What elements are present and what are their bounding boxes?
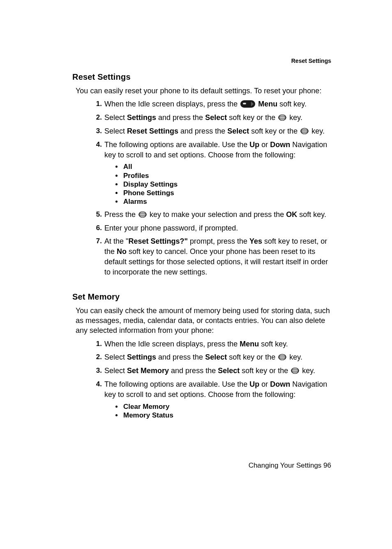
memory-step-3: 3. Select Set Memory and press the Selec… — [90, 366, 331, 376]
menu-label: Menu — [258, 100, 277, 108]
step-text: key. — [287, 113, 302, 122]
step-text: soft key. — [297, 210, 326, 219]
softkey-icon — [240, 100, 255, 108]
reset-step-2: 2. Select Settings and press the Select … — [90, 113, 331, 123]
select-label: Select — [218, 367, 240, 375]
page-body: Reset Settings Reset Settings You can ea… — [72, 58, 331, 423]
step-number: 3. — [90, 366, 102, 375]
memory-options-list: Clear Memory Memory Status — [122, 402, 331, 420]
step-text: soft key. — [277, 100, 307, 108]
menu-label: Menu — [240, 340, 259, 348]
step-text: When the Idle screen displays, press the — [104, 100, 240, 108]
step-text: Press the — [104, 210, 138, 219]
memory-step-2: 2. Select Settings and press the Select … — [90, 352, 331, 362]
step-text: or — [259, 141, 270, 149]
select-label: Select — [227, 127, 249, 135]
step-text: key. — [287, 353, 302, 361]
reset-intro: You can easily reset your phone to its d… — [76, 86, 331, 96]
memory-steps: 1. When the Idle screen displays, press … — [90, 339, 331, 420]
memory-step-1: 1. When the Idle screen displays, press … — [90, 339, 331, 349]
reset-steps: 1. When the Idle screen displays, press … — [90, 99, 331, 277]
reset-settings-prompt-label: Reset Settings?" — [128, 237, 188, 245]
step-number: 4. — [90, 140, 102, 149]
heading-reset-settings: Reset Settings — [72, 72, 331, 82]
heading-set-memory: Set Memory — [72, 292, 331, 302]
step-text: prompt, press the — [188, 237, 249, 245]
svg-point-12 — [291, 368, 299, 374]
reset-step-4: 4. The following options are available. … — [90, 140, 331, 206]
svg-point-2 — [279, 117, 286, 118]
list-item: Profiles — [122, 171, 331, 180]
step-text: key. — [309, 127, 325, 135]
ok-key-icon — [278, 354, 286, 360]
ok-key-icon — [300, 128, 309, 134]
step-text: At the " — [104, 237, 128, 245]
settings-label: Settings — [127, 113, 156, 122]
step-text: soft key or the — [227, 113, 277, 122]
up-label: Up — [249, 380, 259, 388]
svg-point-3 — [301, 128, 308, 134]
up-label: Up — [249, 141, 259, 149]
select-label: Select — [205, 353, 227, 361]
ok-key-icon — [291, 367, 299, 374]
running-header: Reset Settings — [291, 58, 331, 64]
step-text: soft key to cancel. Once your phone has … — [104, 247, 328, 276]
page-footer: Changing Your Settings 96 — [72, 461, 331, 470]
step-text: Select — [104, 353, 127, 361]
step-text: and press the — [178, 127, 227, 135]
svg-point-9 — [279, 354, 286, 360]
svg-point-6 — [139, 212, 146, 217]
step-text: or — [259, 380, 270, 388]
step-text: Select — [104, 113, 127, 122]
step-number: 2. — [90, 113, 102, 122]
svg-point-1 — [279, 116, 286, 119]
step-text: and press the — [156, 113, 205, 122]
step-number: 1. — [90, 339, 102, 348]
svg-point-8 — [139, 214, 146, 215]
step-number: 7. — [90, 236, 102, 246]
reset-step-1: 1. When the Idle screen displays, press … — [90, 99, 331, 109]
step-text: and press the — [156, 353, 205, 361]
step-number: 6. — [90, 223, 102, 233]
yes-label: Yes — [249, 237, 262, 245]
list-item: Memory Status — [122, 411, 331, 420]
step-text: The following options are available. Use… — [104, 380, 249, 388]
step-text: soft key or the — [249, 127, 300, 135]
step-number: 5. — [90, 210, 102, 219]
list-item: All — [122, 162, 331, 171]
list-item: Display Settings — [122, 180, 331, 189]
svg-point-7 — [139, 212, 146, 216]
svg-point-10 — [279, 355, 286, 359]
step-text: The following options are available. Use… — [104, 141, 249, 149]
footer-page-number: 96 — [323, 461, 331, 469]
step-text: and press the — [169, 367, 218, 375]
reset-options-list: All Profiles Display Settings Phone Sett… — [122, 162, 331, 206]
set-memory-label: Set Memory — [127, 367, 169, 375]
svg-point-5 — [301, 130, 308, 131]
step-number: 1. — [90, 99, 102, 108]
step-text: Select — [104, 127, 127, 135]
down-label: Down — [270, 141, 290, 149]
step-number: 4. — [90, 379, 102, 389]
memory-step-4: 4. The following options are available. … — [90, 379, 331, 420]
svg-point-14 — [291, 370, 299, 371]
reset-step-6: 6. Enter your phone password, if prompte… — [90, 223, 331, 233]
select-label: Select — [205, 113, 227, 122]
step-text: key. — [300, 367, 315, 375]
step-text: key to make your selection and press the — [148, 210, 286, 219]
reset-settings-label: Reset Settings — [127, 127, 178, 135]
step-text: Enter your phone password, if prompted. — [104, 224, 238, 232]
svg-point-13 — [291, 369, 299, 372]
svg-point-11 — [279, 357, 286, 358]
settings-label: Settings — [127, 353, 156, 361]
list-item: Clear Memory — [122, 402, 331, 411]
step-text: soft key or the — [240, 367, 290, 375]
list-item: Phone Settings — [122, 189, 331, 197]
down-label: Down — [270, 380, 290, 388]
step-text: When the Idle screen displays, press the — [104, 340, 240, 348]
no-label: No — [117, 247, 127, 256]
step-number: 2. — [90, 352, 102, 362]
reset-step-7: 7. At the "Reset Settings?" prompt, pres… — [90, 236, 331, 277]
reset-step-5: 5. Press the key to make your selection … — [90, 210, 331, 220]
step-text: Select — [104, 367, 127, 375]
